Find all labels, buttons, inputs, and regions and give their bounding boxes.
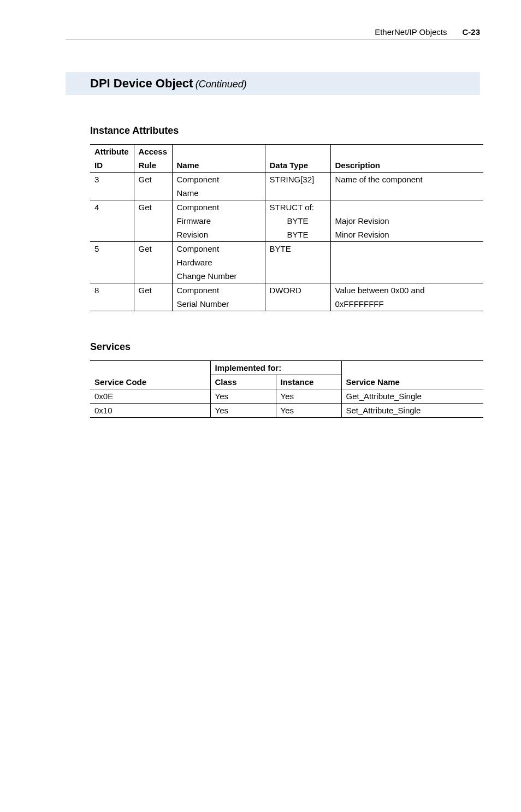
table-cell bbox=[90, 228, 134, 242]
table-cell bbox=[134, 214, 172, 228]
table-cell bbox=[90, 269, 134, 283]
table-cell: Yes bbox=[276, 389, 341, 404]
table-cell: Serial Number bbox=[172, 297, 265, 311]
table-cell bbox=[330, 186, 483, 200]
table-cell bbox=[90, 297, 134, 311]
col-implemented-for: Implemented for: bbox=[210, 361, 341, 375]
table-cell bbox=[330, 256, 483, 269]
table-cell: Major Revision bbox=[330, 214, 483, 228]
table-cell: 3 bbox=[90, 173, 134, 187]
col-access: Access bbox=[134, 145, 172, 159]
services-heading: Services bbox=[90, 341, 480, 353]
instance-attributes-heading: Instance Attributes bbox=[90, 125, 480, 137]
col-datatype: Data Type bbox=[265, 158, 330, 173]
table-cell: 0xFFFFFFFF bbox=[330, 297, 483, 311]
table-cell: STRUCT of: bbox=[265, 200, 330, 215]
table-cell: Component bbox=[172, 173, 265, 187]
page-header: EtherNet/IP Objects C-23 bbox=[66, 27, 480, 39]
table-cell: DWORD bbox=[265, 283, 330, 298]
table-cell: 5 bbox=[90, 242, 134, 256]
page-title-continued: (Continued) bbox=[196, 79, 247, 90]
page-title: DPI Device Object bbox=[90, 76, 193, 90]
table-cell: Yes bbox=[210, 404, 276, 418]
table-cell: BYTE bbox=[265, 242, 330, 256]
table-cell: 8 bbox=[90, 283, 134, 298]
table-cell bbox=[90, 186, 134, 200]
table-cell bbox=[265, 297, 330, 311]
page-title-bar: DPI Device Object (Continued) bbox=[66, 72, 480, 95]
col-rule: Rule bbox=[134, 158, 172, 173]
table-cell: Change Number bbox=[172, 269, 265, 283]
table-cell: Component bbox=[172, 200, 265, 215]
table-cell: Get_Attribute_Single bbox=[341, 389, 483, 404]
col-attribute: Attribute bbox=[90, 145, 134, 159]
table-cell bbox=[134, 297, 172, 311]
table-cell: 0x10 bbox=[90, 404, 210, 418]
table-cell bbox=[265, 186, 330, 200]
col-id: ID bbox=[90, 158, 134, 173]
table-cell bbox=[265, 269, 330, 283]
table-row: 0x0EYesYesGet_Attribute_Single bbox=[90, 389, 483, 404]
instance-attributes-table: Attribute Access ID Rule Name Data Type … bbox=[90, 144, 483, 311]
table-cell: Set_Attribute_Single bbox=[341, 404, 483, 418]
table-cell: Component bbox=[172, 283, 265, 298]
table-cell: Yes bbox=[210, 389, 276, 404]
table-cell: BYTE bbox=[265, 214, 330, 228]
col-name: Name bbox=[172, 158, 265, 173]
table-cell: Component bbox=[172, 242, 265, 256]
col-instance: Instance bbox=[276, 375, 341, 389]
table-cell bbox=[330, 242, 483, 256]
table-cell: Get bbox=[134, 173, 172, 187]
col-class: Class bbox=[210, 375, 276, 389]
table-cell: Value between 0x00 and bbox=[330, 283, 483, 298]
table-cell: Firmware bbox=[172, 214, 265, 228]
header-page-number: C-23 bbox=[462, 27, 480, 37]
table-cell: Yes bbox=[276, 404, 341, 418]
col-service-code: Service Code bbox=[90, 375, 210, 389]
col-service-name: Service Name bbox=[341, 375, 483, 389]
table-cell bbox=[134, 186, 172, 200]
table-cell: STRING[32] bbox=[265, 173, 330, 187]
table-cell bbox=[90, 214, 134, 228]
table-cell bbox=[330, 269, 483, 283]
table-cell: Name of the component bbox=[330, 173, 483, 187]
table-cell bbox=[90, 256, 134, 269]
table-row: 0x10YesYesSet_Attribute_Single bbox=[90, 404, 483, 418]
table-cell bbox=[134, 228, 172, 242]
table-cell bbox=[265, 256, 330, 269]
header-section: EtherNet/IP Objects bbox=[375, 27, 447, 37]
table-cell: Revision bbox=[172, 228, 265, 242]
table-cell: Get bbox=[134, 200, 172, 215]
table-cell bbox=[134, 256, 172, 269]
table-cell: Minor Revision bbox=[330, 228, 483, 242]
services-table: Implemented for: Service Code Class Inst… bbox=[90, 360, 483, 418]
table-cell: Get bbox=[134, 242, 172, 256]
table-cell: 4 bbox=[90, 200, 134, 215]
table-cell: 0x0E bbox=[90, 389, 210, 404]
table-cell: BYTE bbox=[265, 228, 330, 242]
table-cell: Get bbox=[134, 283, 172, 298]
table-cell: Hardware bbox=[172, 256, 265, 269]
table-cell: Name bbox=[172, 186, 265, 200]
table-cell bbox=[134, 269, 172, 283]
col-description: Description bbox=[330, 158, 483, 173]
table-cell bbox=[330, 200, 483, 215]
